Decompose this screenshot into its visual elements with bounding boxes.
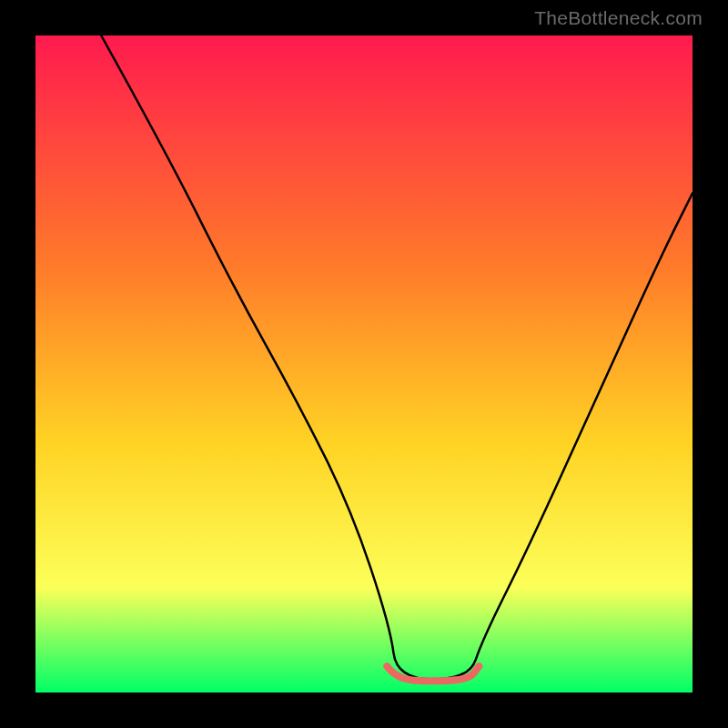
curve-layer [35,35,693,693]
main-notch-curve [101,35,693,680]
chart-stage: TheBottleneck.com [0,0,728,728]
watermark-text: TheBottleneck.com [534,7,703,29]
plot-area [35,35,693,693]
